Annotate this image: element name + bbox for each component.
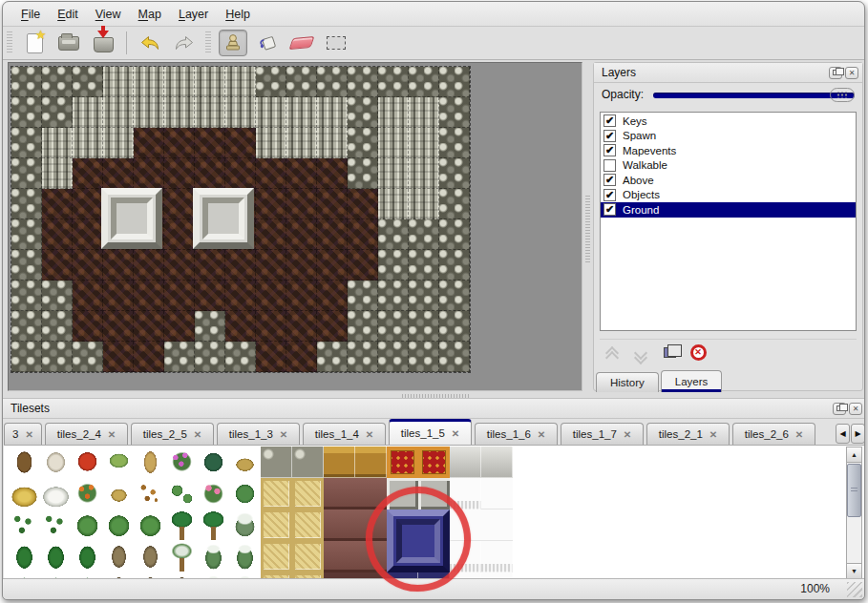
tileset-cell-blank[interactable]	[513, 478, 544, 509]
map-tile[interactable]	[11, 97, 42, 128]
menu-item-view[interactable]: View	[87, 4, 130, 25]
map-tile[interactable]	[134, 189, 164, 219]
map-tile[interactable]	[348, 311, 378, 342]
tileset-cell-maroon[interactable]	[324, 541, 355, 572]
move-layer-down-button[interactable]	[628, 342, 653, 364]
tileset-cell-lilypad[interactable]	[166, 478, 198, 509]
map-tile[interactable]	[134, 281, 164, 311]
tileset-cell-sprig[interactable]	[40, 509, 72, 541]
tileset-cell-branch[interactable]	[40, 447, 72, 478]
map-tile[interactable]	[195, 158, 225, 189]
map-tile[interactable]	[317, 281, 348, 311]
layer-visibility-checkbox[interactable]: ✔	[603, 114, 616, 127]
map-tile[interactable]	[225, 189, 256, 219]
tileset-cell-blank[interactable]	[544, 541, 576, 572]
layer-row-spawn[interactable]: ✔Spawn	[601, 129, 856, 144]
map-tile[interactable]	[286, 250, 317, 281]
map-tile[interactable]	[348, 189, 378, 219]
tileset-cell-straw[interactable]	[261, 509, 292, 541]
map-tile[interactable]	[134, 250, 164, 281]
toolbar-grip[interactable]	[205, 31, 211, 54]
map-tile[interactable]	[409, 311, 439, 342]
tileset-cell-maroon[interactable]	[355, 509, 387, 541]
tileset-cell-maroon[interactable]	[355, 541, 387, 572]
map-tile[interactable]	[42, 128, 73, 158]
tileset-cell-grass-dry[interactable]	[229, 447, 261, 478]
layer-row-objects[interactable]: ✔Objects	[601, 188, 856, 203]
map-tile[interactable]	[195, 281, 225, 311]
map-tile[interactable]	[164, 189, 195, 219]
tileset-cell-straw[interactable]	[292, 541, 324, 572]
tileset-scrollbar[interactable]: ▲ ▼	[846, 447, 862, 579]
map-tile[interactable]	[439, 342, 470, 372]
scroll-down-button[interactable]: ▼	[847, 563, 861, 578]
tileset-cell-block-gray[interactable]	[387, 478, 418, 509]
layer-row-mapevents[interactable]: ✔Mapevents	[601, 143, 856, 158]
tileset-cell-wood[interactable]	[355, 447, 387, 478]
menu-item-help[interactable]: Help	[217, 4, 259, 25]
tab-close-icon[interactable]: ✕	[624, 429, 631, 440]
tileset-cell-blank[interactable]	[544, 478, 576, 509]
map-tile[interactable]	[286, 189, 317, 219]
map-tile[interactable]	[317, 189, 348, 219]
map-tile[interactable]	[348, 67, 378, 97]
map-tile[interactable]	[103, 128, 134, 158]
tileset-cell-straw[interactable]	[261, 541, 292, 572]
tileset-cell-palm[interactable]	[166, 509, 198, 541]
map-tile[interactable]	[164, 219, 195, 250]
map-tile[interactable]	[195, 311, 225, 342]
layer-visibility-checkbox[interactable]: ✔	[603, 203, 616, 216]
tileset-cell-white[interactable]	[481, 478, 513, 509]
tab-scroll-left-button[interactable]: ◀	[836, 424, 850, 444]
save-file-button[interactable]	[89, 30, 117, 56]
map-tile[interactable]	[256, 67, 286, 97]
tileset-cell-leaves[interactable]	[135, 478, 166, 509]
map-tile[interactable]	[317, 311, 348, 342]
map-tile[interactable]	[409, 128, 439, 158]
map-tile[interactable]	[73, 250, 103, 281]
map-tile[interactable]	[73, 342, 103, 372]
tileset-tab-tiles_2_1[interactable]: tiles_2_1✕	[646, 423, 730, 445]
tileset-cell-flower-red[interactable]	[72, 447, 103, 478]
map-tile[interactable]	[286, 97, 317, 128]
fill-tool-button[interactable]	[253, 30, 282, 56]
layer-visibility-checkbox[interactable]: ✔	[603, 174, 616, 186]
map-tile[interactable]	[42, 281, 73, 311]
map-tile[interactable]	[103, 219, 134, 250]
map-tile[interactable]	[134, 67, 164, 97]
map-tile[interactable]	[439, 219, 470, 250]
panel-tab-history[interactable]: History	[596, 372, 659, 392]
map-tile[interactable]	[11, 281, 42, 311]
map-tile[interactable]	[256, 311, 286, 342]
map-tile[interactable]	[225, 128, 256, 158]
map-tile[interactable]	[409, 67, 439, 97]
layer-row-ground[interactable]: ✔Ground	[601, 202, 856, 218]
map-tile[interactable]	[42, 67, 73, 97]
tileset-cell-blue[interactable]	[387, 509, 418, 541]
layer-list[interactable]: ✔Keys✔Spawn✔MapeventsWalkable✔Above✔Obje…	[600, 112, 857, 331]
map-tile[interactable]	[195, 97, 225, 128]
tab-close-icon[interactable]: ✕	[452, 428, 459, 439]
tileset-cell-blue[interactable]	[387, 541, 418, 572]
map-tile[interactable]	[317, 128, 348, 158]
tab-close-icon[interactable]: ✕	[795, 429, 803, 440]
map-tile[interactable]	[134, 158, 164, 189]
map-tile[interactable]	[11, 250, 42, 281]
tileset-cell-mound-straw[interactable]	[9, 478, 40, 509]
map-tile[interactable]	[164, 67, 195, 97]
map-tile[interactable]	[409, 342, 439, 372]
menu-item-file[interactable]: File	[12, 4, 49, 25]
map-tile[interactable]	[73, 281, 103, 311]
move-layer-up-button[interactable]	[600, 342, 625, 364]
map-tile[interactable]	[286, 311, 317, 342]
map-tile[interactable]	[256, 342, 286, 372]
menu-item-edit[interactable]: Edit	[49, 4, 87, 25]
map-tile[interactable]	[134, 342, 164, 372]
tileset-cell-silver[interactable]	[450, 447, 481, 478]
map-tile[interactable]	[256, 158, 286, 189]
tileset-cell-flower-orange[interactable]	[72, 478, 103, 509]
tileset-cell-mound-snow[interactable]	[40, 478, 72, 509]
tileset-cell-stump[interactable]	[103, 447, 135, 478]
open-file-button[interactable]	[54, 30, 83, 56]
tileset-cell-bush[interactable]	[72, 509, 103, 541]
